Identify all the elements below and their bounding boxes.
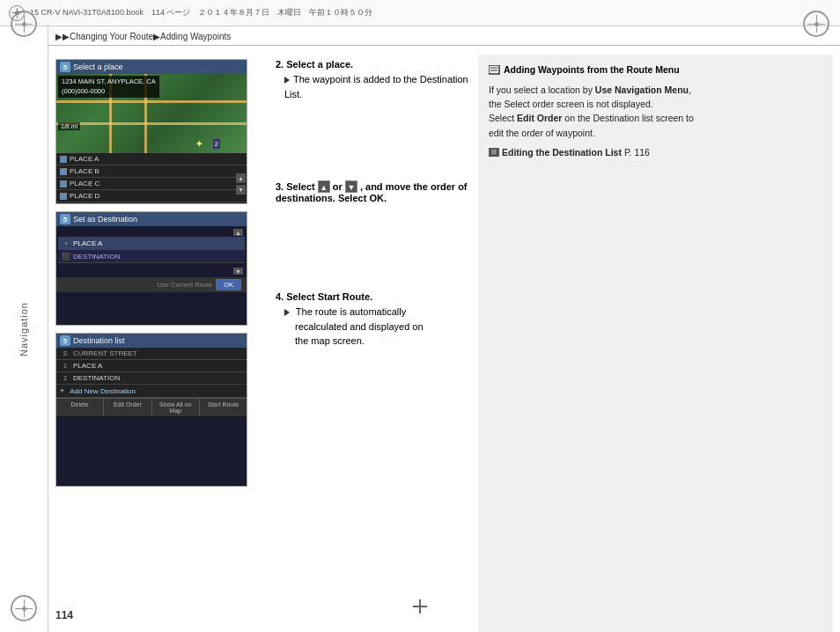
top-bar: 15 CR-V NAVI-31T0A8100.book 114 ページ ２０１４… (0, 0, 840, 26)
breadcrumb: ▶▶Changing Your Route▶Adding Waypoints (48, 26, 840, 46)
step3-header: 3. Select ▲ or ▼ , and move the order of… (276, 180, 469, 203)
dl-destination[interactable]: 2 DESTINATION (56, 372, 247, 385)
place-item-c[interactable]: PLACE C (56, 178, 247, 190)
dl-dest-label: DESTINATION (73, 374, 120, 382)
dl-add-label: Add New Destination (70, 387, 136, 395)
step4-arrow-icon (284, 309, 290, 316)
screen2-icon: 5 (60, 214, 70, 224)
show-all-btn[interactable]: Show All on Map (152, 399, 200, 416)
place-label-a: PLACE A (70, 155, 99, 163)
place-label-b: PLACE B (70, 167, 99, 175)
place-item-e[interactable]: PLACE E (56, 202, 247, 204)
screen2-title: Set as Destination (73, 215, 137, 224)
breadcrumb-part2: ▶Adding Waypoints (153, 32, 231, 41)
note-link: ⊟ Editing the Destination List P. 116 (489, 145, 822, 159)
screen2-scroll-up: ▲ (58, 228, 245, 237)
arrow-up-icon[interactable]: ▲ (318, 180, 330, 193)
dl-place-a[interactable]: 1 PLACE A (56, 360, 247, 372)
dest-place-a-label: PLACE A (73, 239, 102, 247)
screen-destination-list: 5 Destination list S CURRENT STREET 1 PL… (55, 333, 247, 487)
screen1-info: 1234 MAIN ST, ANYPLACE, CA (000)000-0000 (58, 76, 159, 98)
dl-current-label: CURRENT STREET (73, 349, 137, 357)
place-label-c: PLACE C (70, 180, 99, 187)
place-item-a[interactable]: PLACE A (56, 153, 247, 165)
screen2-down-btn[interactable]: ▼ (233, 268, 243, 275)
step4-pre: Select (286, 291, 317, 302)
step-3: 3. Select ▲ or ▼ , and move the order of… (276, 180, 469, 203)
screen1-title: Select a place (73, 62, 123, 71)
note-body: If you select a location by Use Navigati… (489, 83, 822, 159)
screen1-address2: (000)000-0000 (62, 87, 156, 97)
step2-num: 2. (276, 59, 284, 70)
svg-rect-0 (489, 65, 499, 74)
dest-dest-icon: ⬛ (62, 252, 70, 261)
content-body: 5 Select a place 1234 MAIN ST, ANYPLACE,… (48, 46, 840, 632)
arrow-down-icon[interactable]: ▼ (345, 180, 357, 193)
note-link-bold: Editing the Destination List (502, 145, 622, 159)
step4-body2: recalculated and displayed on (284, 321, 424, 332)
dl-num-1: 1 (60, 363, 70, 369)
dest-destination-label: DESTINATION (73, 253, 120, 261)
main-content: ▶▶Changing Your Route▶Adding Waypoints 5… (48, 26, 840, 632)
step3-num: 3. (276, 181, 284, 192)
dl-add-new[interactable]: + Add New Destination (56, 385, 247, 398)
road-h2 (56, 122, 247, 125)
delete-btn[interactable]: Delete (56, 399, 104, 416)
edit-order-btn[interactable]: Edit Order (104, 399, 151, 416)
step4-num: 4. (276, 291, 284, 302)
place-item-d[interactable]: PLACE D (56, 190, 247, 202)
place-label-d: PLACE D (70, 192, 99, 200)
screen1-header: 5 Select a place (56, 60, 247, 74)
screenshots-column: 5 Select a place 1234 MAIN ST, ANYPLACE,… (55, 55, 267, 632)
dest-place-a[interactable]: + PLACE A (58, 237, 245, 250)
ok-button[interactable]: OK (216, 279, 241, 290)
note-link-page: P. 116 (624, 145, 650, 159)
steps-column: 2. Select a place. The waypoint is added… (276, 55, 469, 632)
place-icon-a (60, 156, 67, 163)
screen2-bottom: Use Current Route OK (56, 277, 247, 292)
step2-arrow-icon (284, 77, 290, 84)
dl-current-street: S CURRENT STREET (56, 348, 247, 360)
sidebar-label: Navigation (18, 302, 29, 356)
note-line4: Select (489, 113, 517, 123)
breadcrumb-part1: ▶▶Changing Your Route (55, 32, 153, 41)
place-item-b[interactable]: PLACE B (56, 165, 247, 178)
road-h1 (56, 100, 247, 103)
note-box-icon (489, 65, 501, 76)
step4-body1: The route is automatically (296, 306, 406, 317)
note-line1: If you select a location by (489, 85, 595, 95)
note-header: Adding Waypoints from the Route Menu (489, 63, 822, 77)
screen2-scroll-down: ▼ (58, 267, 245, 276)
scroll-down-btn[interactable]: ▼ (236, 185, 246, 195)
dl-num-s: S (60, 350, 70, 356)
note-bold1: Use Navigation Menu (595, 85, 689, 95)
note-bold2: Edit Order (517, 113, 562, 123)
dest-destination[interactable]: ⬛ DESTINATION (58, 250, 245, 263)
use-current-route-label: Use Current Route (158, 281, 213, 289)
step2-header: 2. Select a place. (276, 59, 469, 70)
note-line2: , (689, 85, 691, 95)
screen-set-destination: 5 Set as Destination ▲ + PLACE A ⬛ DESTI… (55, 211, 247, 326)
scroll-up-btn[interactable]: ▲ (236, 173, 246, 183)
place-icon-d (60, 193, 67, 200)
navigation-sidebar: Navigation (0, 26, 48, 632)
start-route-btn[interactable]: Start Route (200, 399, 247, 416)
step3-pre: Select (286, 181, 317, 192)
step2-body-text: The waypoint is added to the Destination… (284, 74, 468, 99)
screen3-title: Destination list (73, 336, 125, 345)
screen2-up-btn[interactable]: ▲ (233, 229, 243, 236)
page-number: 114 (55, 609, 73, 621)
step-2: 2. Select a place. The waypoint is added… (276, 59, 469, 101)
step2-text: Select a place. (286, 59, 353, 70)
screen1-map: 1234 MAIN ST, ANYPLACE, CA (000)000-0000… (56, 74, 247, 153)
screen-select-place: 5 Select a place 1234 MAIN ST, ANYPLACE,… (55, 59, 247, 204)
screen3-icon: 5 (60, 335, 70, 346)
map-number: 2 (213, 139, 220, 149)
note-line5: on the Destination list screen to (562, 113, 693, 123)
place-icon-b (60, 168, 67, 175)
screen3-buttons: Delete Edit Order Show All on Map Start … (56, 398, 247, 416)
top-bar-file-info: 15 CR-V NAVI-31T0A8100.book 114 ページ ２０１４… (30, 7, 372, 18)
screen2-header: 5 Set as Destination (56, 212, 247, 226)
screen1-place-list: PLACE A PLACE B PLACE C PLACE D (56, 153, 247, 204)
screen2-dest-area: ▲ + PLACE A ⬛ DESTINATION ▼ (56, 226, 247, 277)
